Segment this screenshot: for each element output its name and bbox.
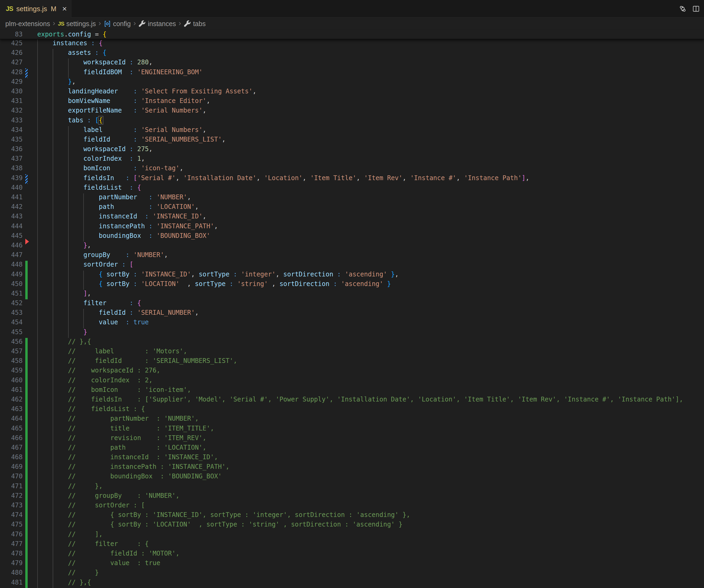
close-icon[interactable]: × <box>62 5 67 13</box>
breadcrumb-item-file[interactable]: JS settings.js <box>58 20 96 28</box>
code-line[interactable]: 481 // },{ <box>0 579 704 588</box>
line-number[interactable]: 462 <box>0 396 22 403</box>
git-added-indicator[interactable] <box>25 386 28 396</box>
code-line[interactable]: 469 // instancePath : 'INSTANCE_PATH', <box>0 463 704 473</box>
line-number[interactable]: 431 <box>0 97 22 105</box>
tab-settings-js[interactable]: JS settings.js M × <box>0 0 71 17</box>
code-line[interactable]: 435 fieldId : 'SERIAL_NUMBERS_LIST', <box>0 136 704 145</box>
git-added-indicator[interactable] <box>25 415 28 424</box>
git-added-indicator[interactable] <box>25 550 28 559</box>
line-number[interactable]: 475 <box>0 521 22 528</box>
code-line[interactable]: 426 assets : { <box>0 49 704 59</box>
code-line[interactable]: 474 // { sortBy : 'INSTANCE_ID', sortTyp… <box>0 511 704 521</box>
git-added-indicator[interactable] <box>25 367 28 376</box>
split-editor-icon[interactable] <box>692 5 700 12</box>
line-number[interactable]: 468 <box>0 453 22 461</box>
line-number[interactable]: 444 <box>0 223 22 230</box>
git-added-indicator[interactable] <box>25 511 28 521</box>
git-added-indicator[interactable] <box>25 405 28 415</box>
line-number[interactable]: 479 <box>0 559 22 567</box>
code-line[interactable]: 471 // }, <box>0 482 704 492</box>
line-number[interactable]: 436 <box>0 145 22 153</box>
git-added-indicator[interactable] <box>25 492 28 502</box>
code-line[interactable]: 439 fieldsIn : ['Serial #', 'Installatio… <box>0 174 704 184</box>
git-added-indicator[interactable] <box>25 357 28 367</box>
line-number[interactable]: 450 <box>0 280 22 288</box>
code-line[interactable]: 458 // fieldId : 'SERIAL_NUMBERS_LIST', <box>0 357 704 367</box>
code-line[interactable]: 472 // groupBy : 'NUMBER', <box>0 492 704 502</box>
line-number[interactable]: 446 <box>0 242 22 249</box>
line-number[interactable]: 464 <box>0 415 22 422</box>
line-number[interactable]: 443 <box>0 213 22 220</box>
line-number[interactable]: 456 <box>0 338 22 345</box>
sticky-scroll-line[interactable]: 83 exports.config = { <box>0 30 704 39</box>
code-line[interactable]: 479 // value : true <box>0 559 704 569</box>
code-line[interactable]: 438 bomIcon : 'icon-tag', <box>0 164 704 174</box>
code-line[interactable]: 476 // ], <box>0 531 704 540</box>
code-line[interactable]: 455 } <box>0 328 704 338</box>
code-line[interactable]: 451 ], <box>0 290 704 299</box>
code-line[interactable]: 432 exportFileName : 'Serial Numbers', <box>0 107 704 116</box>
code-line[interactable]: 468 // instanceId : 'INSTANCE_ID', <box>0 453 704 463</box>
git-added-indicator[interactable] <box>25 290 28 299</box>
code-line[interactable]: 456 // },{ <box>0 338 704 348</box>
line-number[interactable]: 433 <box>0 117 22 124</box>
line-number[interactable]: 463 <box>0 405 22 413</box>
line-number[interactable]: 426 <box>0 49 22 56</box>
git-added-indicator[interactable] <box>25 579 28 588</box>
line-number[interactable]: 438 <box>0 164 22 172</box>
code-line[interactable]: 437 colorIndex : 1, <box>0 155 704 164</box>
git-added-indicator[interactable] <box>25 569 28 578</box>
git-modified-indicator[interactable] <box>25 174 28 184</box>
code-line[interactable]: 461 // bomIcon : 'icon-item', <box>0 386 704 396</box>
breadcrumb-item-tabs[interactable]: tabs <box>184 20 206 28</box>
line-number[interactable]: 466 <box>0 434 22 442</box>
line-number[interactable]: 465 <box>0 425 22 432</box>
code-line[interactable]: 475 // { sortBy : 'LOCATION' , sortType … <box>0 521 704 530</box>
line-number[interactable]: 477 <box>0 540 22 547</box>
code-line[interactable]: 431 bomViewName : 'Instance Editor', <box>0 97 704 107</box>
line-number[interactable]: 460 <box>0 376 22 384</box>
code-line[interactable]: 467 // path : 'LOCATION', <box>0 444 704 453</box>
line-number[interactable]: 458 <box>0 357 22 364</box>
code-line[interactable]: 464 // partNumber : 'NUMBER', <box>0 415 704 424</box>
git-added-indicator[interactable] <box>25 453 28 463</box>
code-line[interactable]: 441 partNumber : 'NUMBER', <box>0 193 704 203</box>
code-line[interactable]: 473 // sortOrder : [ <box>0 502 704 511</box>
git-added-indicator[interactable] <box>25 261 28 270</box>
line-number[interactable]: 439 <box>0 174 22 182</box>
line-number[interactable]: 470 <box>0 473 22 480</box>
line-number[interactable]: 451 <box>0 290 22 297</box>
git-deleted-indicator[interactable] <box>25 239 29 244</box>
line-number[interactable]: 455 <box>0 328 22 336</box>
line-number[interactable]: 476 <box>0 531 22 538</box>
code-line[interactable]: 436 workspaceId : 275, <box>0 145 704 155</box>
git-added-indicator[interactable] <box>25 463 28 473</box>
code-line[interactable]: 430 landingHeader : 'Select From Exsitin… <box>0 87 704 97</box>
line-number[interactable]: 437 <box>0 155 22 162</box>
line-number[interactable]: 481 <box>0 579 22 586</box>
line-number[interactable]: 472 <box>0 492 22 499</box>
line-number[interactable]: 447 <box>0 251 22 258</box>
code-line[interactable]: 454 value : true <box>0 318 704 328</box>
open-changes-icon[interactable] <box>679 5 687 12</box>
code-line[interactable]: 450 { sortBy : 'LOCATION' , sortType : '… <box>0 280 704 290</box>
code-line[interactable]: 445 boundingBox : 'BOUNDING_BOX' <box>0 232 704 242</box>
line-number[interactable]: 454 <box>0 318 22 326</box>
line-number[interactable]: 428 <box>0 68 22 76</box>
code-line[interactable]: 465 // title : 'ITEM_TITLE', <box>0 425 704 434</box>
git-added-indicator[interactable] <box>25 434 28 444</box>
line-number[interactable]: 453 <box>0 309 22 316</box>
line-number[interactable]: 429 <box>0 78 22 85</box>
line-number[interactable]: 480 <box>0 569 22 576</box>
code-line[interactable]: 447 groupBy : 'NUMBER', <box>0 251 704 261</box>
line-number[interactable]: 452 <box>0 299 22 307</box>
git-added-indicator[interactable] <box>25 396 28 405</box>
code-line[interactable]: 444 instancePath : 'INSTANCE_PATH', <box>0 223 704 232</box>
breadcrumb-item-folder[interactable]: plm-extensions <box>5 20 50 28</box>
code-line[interactable]: 446 }, <box>0 242 704 251</box>
line-number[interactable]: 474 <box>0 511 22 519</box>
git-added-indicator[interactable] <box>25 559 28 569</box>
line-number[interactable]: 457 <box>0 348 22 355</box>
code-line[interactable]: 453 fieldId : 'SERIAL_NUMBER', <box>0 309 704 318</box>
